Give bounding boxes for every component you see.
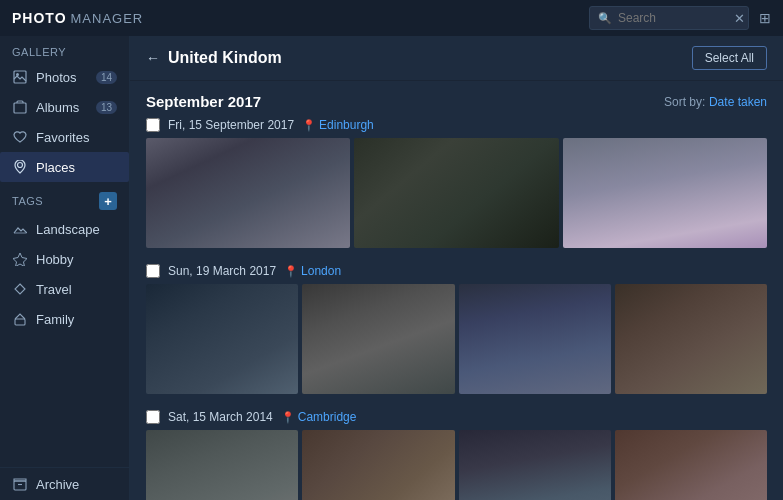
- pin-icon-edinburgh: 📍: [302, 119, 316, 132]
- family-label: Family: [36, 312, 117, 327]
- tags-section-header: Tags +: [0, 182, 129, 214]
- svg-marker-4: [13, 253, 27, 266]
- photo-cambridge-4[interactable]: [615, 430, 767, 500]
- cambridge-location-label: Cambridge: [298, 410, 357, 424]
- london-location-link[interactable]: 📍 London: [284, 264, 341, 278]
- pin-icon-cambridge: 📍: [281, 411, 295, 424]
- search-box[interactable]: 🔍 ✕: [589, 6, 749, 30]
- content-header: ← United Kindom Select All: [130, 36, 783, 81]
- sort-date-taken[interactable]: Date taken: [709, 95, 767, 109]
- photos-label: Photos: [36, 70, 88, 85]
- pin-icon-london: 📍: [284, 265, 298, 278]
- sidebar: Gallery Photos 14 Albums 13 Favorites: [0, 36, 130, 500]
- search-icon: 🔍: [598, 12, 612, 25]
- topbar: PHOTO MANAGER 🔍 ✕ ⊞: [0, 0, 783, 36]
- photo-cambridge-3[interactable]: [459, 430, 611, 500]
- london-date: Sun, 19 March 2017: [168, 264, 276, 278]
- sidebar-item-travel[interactable]: Travel: [0, 274, 129, 304]
- cambridge-photo-grid: [146, 430, 767, 500]
- photo-cambridge-2[interactable]: [302, 430, 454, 500]
- photos-badge: 14: [96, 71, 117, 84]
- albums-badge: 13: [96, 101, 117, 114]
- edinburgh-location-link[interactable]: 📍 Edinburgh: [302, 118, 374, 132]
- content-body: September 2017 Sort by: Date taken Fri, …: [130, 81, 783, 500]
- svg-rect-6: [15, 319, 25, 325]
- svg-rect-7: [14, 481, 26, 490]
- photo-cambridge-1[interactable]: [146, 430, 298, 500]
- back-arrow-icon: ←: [146, 50, 160, 66]
- travel-label: Travel: [36, 282, 117, 297]
- svg-marker-5: [15, 284, 25, 294]
- page-title: United Kindom: [168, 49, 692, 67]
- albums-label: Albums: [36, 100, 88, 115]
- favorites-icon: [12, 129, 28, 145]
- edinburgh-checkbox[interactable]: [146, 118, 160, 132]
- cambridge-date: Sat, 15 March 2014: [168, 410, 273, 424]
- places-icon: [12, 159, 28, 175]
- photo-london-3[interactable]: [459, 284, 611, 394]
- date-group-cambridge: Sat, 15 March 2014 📍 Cambridge: [146, 410, 767, 424]
- cambridge-checkbox[interactable]: [146, 410, 160, 424]
- places-label: Places: [36, 160, 117, 175]
- tags-label: Tags: [12, 195, 99, 207]
- sidebar-item-landscape[interactable]: Landscape: [0, 214, 129, 244]
- select-all-button[interactable]: Select All: [692, 46, 767, 70]
- search-clear-icon[interactable]: ✕: [734, 11, 745, 26]
- landscape-label: Landscape: [36, 222, 117, 237]
- photo-edinburgh-2[interactable]: [354, 138, 558, 248]
- cambridge-location-link[interactable]: 📍 Cambridge: [281, 410, 357, 424]
- grid-icon[interactable]: ⊞: [759, 10, 771, 26]
- edinburgh-photo-grid: [146, 138, 767, 248]
- add-tag-button[interactable]: +: [99, 192, 117, 210]
- main-layout: Gallery Photos 14 Albums 13 Favorites: [0, 36, 783, 500]
- sidebar-item-archive[interactable]: Archive: [0, 467, 129, 500]
- back-button[interactable]: ←: [146, 50, 160, 66]
- photo-edinburgh-1[interactable]: [146, 138, 350, 248]
- svg-rect-2: [14, 103, 26, 113]
- photo-london-2[interactable]: [302, 284, 454, 394]
- section-month: September 2017: [146, 93, 664, 110]
- sidebar-item-favorites[interactable]: Favorites: [0, 122, 129, 152]
- date-group-edinburgh: Fri, 15 September 2017 📍 Edinburgh: [146, 118, 767, 132]
- sidebar-item-albums[interactable]: Albums 13: [0, 92, 129, 122]
- photo-london-1[interactable]: [146, 284, 298, 394]
- photo-edinburgh-3[interactable]: [563, 138, 767, 248]
- sidebar-item-places[interactable]: Places: [0, 152, 129, 182]
- hobby-label: Hobby: [36, 252, 117, 267]
- london-checkbox[interactable]: [146, 264, 160, 278]
- london-photo-grid: [146, 284, 767, 394]
- svg-point-1: [16, 73, 19, 76]
- archive-icon: [12, 476, 28, 492]
- travel-icon: [12, 281, 28, 297]
- archive-label: Archive: [36, 477, 117, 492]
- sort-label: Sort by:: [664, 95, 705, 109]
- app-logo: PHOTO MANAGER: [12, 10, 143, 26]
- date-group-london: Sun, 19 March 2017 📍 London: [146, 264, 767, 278]
- landscape-icon: [12, 221, 28, 237]
- family-icon: [12, 311, 28, 327]
- edinburgh-location-label: Edinburgh: [319, 118, 374, 132]
- search-input[interactable]: [618, 11, 728, 25]
- albums-icon: [12, 99, 28, 115]
- section-header-september: September 2017 Sort by: Date taken: [146, 93, 767, 110]
- photo-london-4[interactable]: [615, 284, 767, 394]
- favorites-label: Favorites: [36, 130, 117, 145]
- photos-icon: [12, 69, 28, 85]
- london-location-label: London: [301, 264, 341, 278]
- sidebar-item-hobby[interactable]: Hobby: [0, 244, 129, 274]
- gallery-section-label: Gallery: [0, 36, 129, 62]
- edinburgh-date: Fri, 15 September 2017: [168, 118, 294, 132]
- logo-manager: MANAGER: [71, 11, 144, 26]
- hobby-icon: [12, 251, 28, 267]
- sidebar-item-photos[interactable]: Photos 14: [0, 62, 129, 92]
- svg-point-3: [18, 163, 23, 168]
- content-area: ← United Kindom Select All September 201…: [130, 36, 783, 500]
- logo-photo: PHOTO: [12, 10, 67, 26]
- sidebar-item-family[interactable]: Family: [0, 304, 129, 334]
